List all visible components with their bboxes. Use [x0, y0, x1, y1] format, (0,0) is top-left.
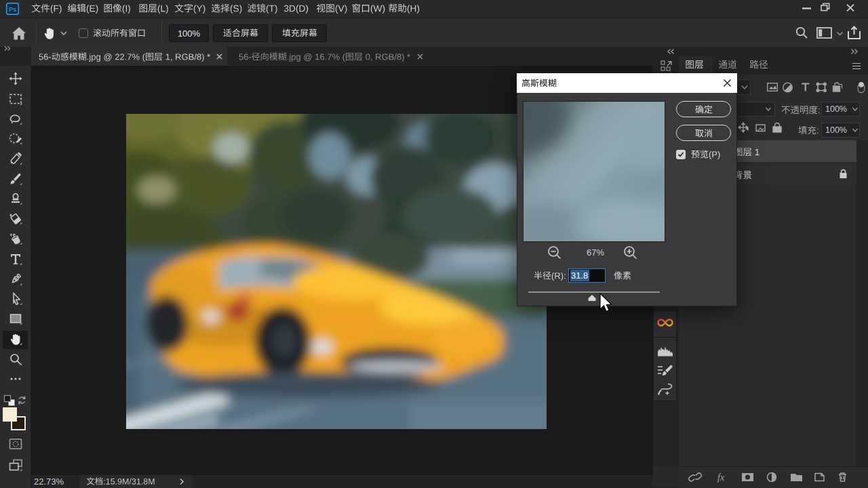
svg-text:Ps: Ps	[9, 5, 16, 13]
svg-text:fx: fx	[717, 472, 725, 483]
